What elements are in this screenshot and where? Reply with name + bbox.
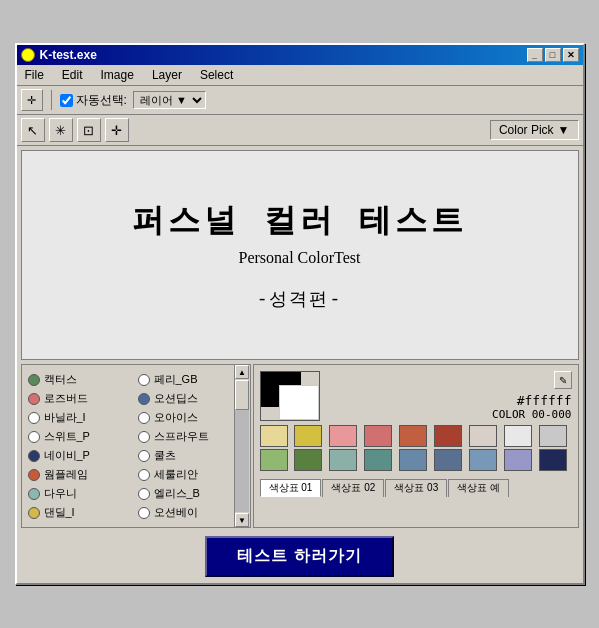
magic-wand-button[interactable]: ✳ (49, 118, 73, 142)
color-dot (28, 488, 40, 500)
color-tab-2[interactable]: 색상표 02 (322, 479, 384, 497)
canvas-title-english: Personal ColorTest (239, 249, 361, 267)
color-list-item[interactable]: 웜플레임 (28, 466, 134, 483)
color-item-label: 페리_GB (154, 372, 198, 387)
color-swatch[interactable] (364, 425, 392, 447)
color-list-item[interactable]: 스위트_P (28, 428, 134, 445)
toolbar-1: ✛ 자동선택: 레이어 ▼ (17, 86, 583, 115)
color-list-item[interactable]: 네이비_P (28, 447, 134, 464)
color-preview-white (279, 385, 319, 420)
color-item-label: 세룰리안 (154, 467, 198, 482)
color-dot (28, 431, 40, 443)
color-dot (28, 412, 40, 424)
color-swatch[interactable] (399, 449, 427, 471)
color-list-item[interactable]: 댄딜_I (28, 504, 134, 521)
color-dot (28, 469, 40, 481)
color-swatch[interactable] (364, 449, 392, 471)
color-list-item[interactable]: 오아이스 (138, 409, 244, 426)
color-list-scrollbar[interactable]: ▲ ▼ (234, 365, 250, 527)
color-swatch[interactable] (294, 449, 322, 471)
color-swatch[interactable] (399, 425, 427, 447)
menu-layer[interactable]: Layer (148, 67, 186, 83)
color-item-label: 스프라우트 (154, 429, 209, 444)
color-swatch[interactable] (329, 425, 357, 447)
layer-select[interactable]: 레이어 ▼ (133, 91, 206, 109)
color-dot (138, 488, 150, 500)
close-button[interactable]: ✕ (563, 48, 579, 62)
color-dot (138, 393, 150, 405)
menu-select[interactable]: Select (196, 67, 237, 83)
move-tool-button[interactable]: ✛ (21, 89, 43, 111)
color-swatch[interactable] (469, 449, 497, 471)
color-list-item[interactable]: 스프라우트 (138, 428, 244, 445)
color-pick-button[interactable]: Color Pick ▼ (490, 120, 579, 140)
color-item-label: 다우니 (44, 486, 77, 501)
color-swatch[interactable] (329, 449, 357, 471)
auto-select-checkbox[interactable] (60, 94, 73, 107)
menu-image[interactable]: Image (97, 67, 138, 83)
select-tool-button[interactable]: ↖ (21, 118, 45, 142)
color-list-item[interactable]: 오션딥스 (138, 390, 244, 407)
color-list-item[interactable]: 엘리스_B (138, 485, 244, 502)
color-info: ✎ #ffffff COLOR 00-000 (328, 371, 572, 421)
canvas-title-korean: 퍼스널 컬러 테스트 (132, 199, 466, 243)
menu-edit[interactable]: Edit (58, 67, 87, 83)
canvas-subtitle: -성격편- (257, 287, 343, 311)
color-swatch[interactable] (539, 425, 567, 447)
auto-select-group: 자동선택: (60, 92, 127, 109)
color-swatch[interactable] (504, 425, 532, 447)
color-tab-4[interactable]: 색상표 예 (448, 479, 509, 497)
color-list-item[interactable]: 로즈버드 (28, 390, 134, 407)
maximize-button[interactable]: □ (545, 48, 561, 62)
color-pick-label: Color Pick (499, 123, 554, 137)
color-swatch[interactable] (294, 425, 322, 447)
crop-tool-button[interactable]: ⊡ (77, 118, 101, 142)
color-code: COLOR 00-000 (492, 408, 571, 421)
color-swatch[interactable] (469, 425, 497, 447)
color-swatch[interactable] (434, 425, 462, 447)
move-tool-group: ✛ (21, 89, 43, 111)
color-list-item[interactable]: 캑터스 (28, 371, 134, 388)
color-swatch[interactable] (504, 449, 532, 471)
footer-bar: 테스트 하러가기 (17, 530, 583, 583)
color-swatch[interactable] (260, 449, 288, 471)
color-dot (138, 469, 150, 481)
color-dot (28, 507, 40, 519)
eyedropper-button[interactable]: ✛ (105, 118, 129, 142)
color-item-label: 로즈버드 (44, 391, 88, 406)
edit-color-button[interactable]: ✎ (554, 371, 572, 389)
color-dot (28, 374, 40, 386)
canvas-area: 퍼스널 컬러 테스트 Personal ColorTest -성격편- (21, 150, 579, 360)
color-item-label: 오아이스 (154, 410, 198, 425)
color-list-item[interactable]: 바닐라_I (28, 409, 134, 426)
color-swatch[interactable] (434, 449, 462, 471)
menu-file[interactable]: File (21, 67, 48, 83)
color-dot (138, 374, 150, 386)
color-swatches-grid (260, 425, 572, 471)
color-list-item[interactable]: 오션베이 (138, 504, 244, 521)
test-start-button[interactable]: 테스트 하러가기 (205, 536, 393, 577)
scroll-up-button[interactable]: ▲ (235, 365, 249, 379)
color-tab-1[interactable]: 색상표 01 (260, 479, 322, 497)
bottom-area: 캑터스페리_GB로즈버드오션딥스바닐라_I오아이스스위트_P스프라우트네이비_P… (21, 364, 579, 528)
color-list-item[interactable]: 페리_GB (138, 371, 244, 388)
color-list-item[interactable]: 다우니 (28, 485, 134, 502)
color-item-label: 캑터스 (44, 372, 77, 387)
minimize-button[interactable]: _ (527, 48, 543, 62)
hex-value: #ffffff (517, 393, 572, 408)
color-tabs: 색상표 01색상표 02색상표 03색상표 예 (260, 479, 572, 497)
color-item-label: 엘리스_B (154, 486, 200, 501)
color-item-label: 오션딥스 (154, 391, 198, 406)
color-swatch[interactable] (260, 425, 288, 447)
color-swatch[interactable] (539, 449, 567, 471)
color-dot (138, 507, 150, 519)
color-item-label: 스위트_P (44, 429, 90, 444)
color-list-item[interactable]: 쿨츠 (138, 447, 244, 464)
scroll-down-button[interactable]: ▼ (235, 513, 249, 527)
color-item-label: 네이비_P (44, 448, 90, 463)
color-tab-3[interactable]: 색상표 03 (385, 479, 447, 497)
app-icon (21, 48, 35, 62)
color-preview-box (260, 371, 320, 421)
scroll-thumb[interactable] (235, 380, 249, 410)
color-list-item[interactable]: 세룰리안 (138, 466, 244, 483)
